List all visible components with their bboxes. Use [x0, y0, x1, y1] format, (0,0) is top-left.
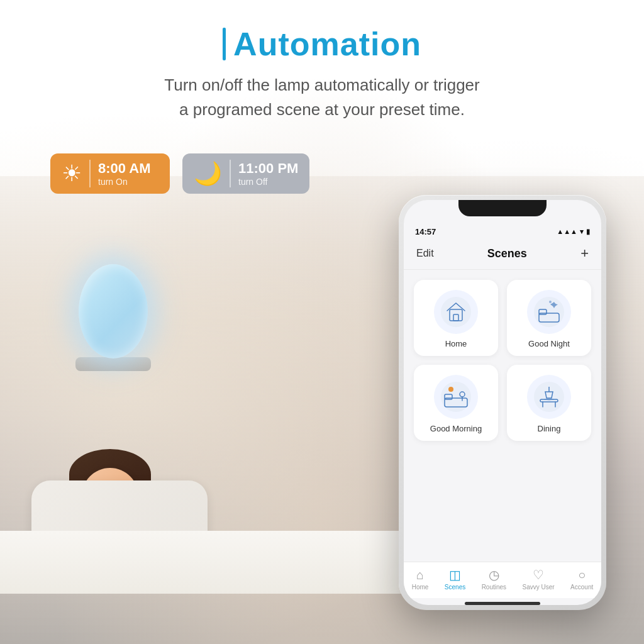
- header-section: Automation Turn on/off the lamp automati…: [0, 0, 644, 135]
- scene-card-good-morning[interactable]: Good Morning: [414, 365, 498, 441]
- night-action: turn Off: [238, 177, 298, 187]
- good-night-scene-icon-wrap: [527, 290, 571, 334]
- scenes-grid: Home: [404, 270, 601, 451]
- good-morning-scene-svg: [440, 380, 472, 413]
- bottom-nav: ⌂ Home ◫ Scenes ◷ Routines ♡ Savvy User: [404, 562, 601, 598]
- nav-routines-icon: ◷: [489, 567, 499, 582]
- subtitle-line1: Turn on/off the lamp automatically or tr…: [50, 73, 594, 97]
- phone-screen: 14:57 ▲▲▲ ▾ ▮ Edit Scenes +: [404, 200, 601, 605]
- lamp-visual: [75, 264, 151, 371]
- edit-button[interactable]: Edit: [416, 248, 434, 259]
- title-line: Automation: [50, 25, 594, 63]
- nav-item-routines[interactable]: ◷ Routines: [482, 567, 506, 591]
- svg-point-7: [441, 382, 471, 412]
- night-timer-info: 11:00 PM turn Off: [238, 160, 298, 187]
- home-scene-label: Home: [445, 339, 467, 348]
- good-night-scene-svg: [533, 296, 565, 328]
- nav-scenes-label: Scenes: [445, 584, 465, 591]
- nav-item-savvy[interactable]: ♡ Savvy User: [523, 567, 555, 591]
- subtitle-line2: a programed scene at your preset time.: [50, 97, 594, 122]
- svg-point-3: [534, 297, 564, 327]
- phone-mockup: 14:57 ▲▲▲ ▾ ▮ Edit Scenes +: [399, 195, 606, 610]
- moon-icon: 🌙: [194, 160, 222, 187]
- nav-home-icon: ⌂: [416, 568, 424, 582]
- nav-savvy-icon: ♡: [533, 567, 544, 582]
- battery-icon: ▮: [586, 228, 590, 236]
- badge-divider-night: [230, 160, 231, 187]
- app-header: Edit Scenes +: [404, 240, 601, 270]
- phone-notch: [458, 200, 547, 216]
- scene-card-dining[interactable]: Dining: [507, 365, 591, 441]
- good-night-scene-label: Good Night: [528, 339, 570, 348]
- phone-outer-shell: 14:57 ▲▲▲ ▾ ▮ Edit Scenes +: [399, 195, 606, 610]
- dining-scene-icon-wrap: [527, 375, 571, 419]
- subtitle: Turn on/off the lamp automatically or tr…: [50, 73, 594, 122]
- svg-point-6: [549, 301, 552, 303]
- scene-card-home[interactable]: Home: [414, 280, 498, 356]
- night-timer-badge[interactable]: 🌙 11:00 PM turn Off: [182, 153, 309, 194]
- home-scene-icon-wrap: [434, 290, 478, 334]
- good-morning-scene-icon-wrap: [434, 375, 478, 419]
- nav-item-home[interactable]: ⌂ Home: [412, 568, 429, 591]
- signal-icon: ▲▲▲: [557, 228, 577, 235]
- status-bar: 14:57 ▲▲▲ ▾ ▮: [404, 220, 601, 240]
- dining-scene-label: Dining: [538, 424, 561, 433]
- phone-content: 14:57 ▲▲▲ ▾ ▮ Edit Scenes +: [404, 200, 601, 605]
- nav-item-account[interactable]: ○ Account: [570, 568, 593, 591]
- morning-timer-badge[interactable]: ☀ 8:00 AM turn On: [50, 153, 170, 194]
- svg-point-0: [441, 297, 471, 327]
- badge-divider: [89, 160, 91, 187]
- nav-scenes-icon: ◫: [449, 567, 461, 582]
- bed-sheet: [0, 531, 405, 594]
- dining-scene-svg: [533, 380, 565, 413]
- lamp-base: [75, 357, 151, 371]
- svg-point-11: [448, 387, 453, 392]
- wifi-icon: ▾: [580, 228, 584, 236]
- svg-point-12: [534, 382, 564, 412]
- night-time: 11:00 PM: [238, 160, 298, 177]
- lamp-image: [75, 264, 151, 371]
- nav-account-icon: ○: [578, 568, 586, 582]
- status-icons: ▲▲▲ ▾ ▮: [557, 228, 590, 236]
- page-title: Automation: [233, 25, 421, 63]
- scenes-title: Scenes: [487, 247, 527, 260]
- home-indicator: [465, 602, 540, 605]
- sun-icon: ☀: [62, 160, 82, 187]
- scenes-area: Home: [404, 270, 601, 562]
- background-person: [0, 418, 405, 594]
- lamp-body: [79, 264, 148, 358]
- scene-card-good-night[interactable]: Good Night: [507, 280, 591, 356]
- nav-home-label: Home: [412, 584, 429, 591]
- add-scene-button[interactable]: +: [580, 245, 589, 262]
- nav-routines-label: Routines: [482, 584, 506, 591]
- nav-account-label: Account: [570, 584, 593, 591]
- status-time: 14:57: [415, 227, 436, 236]
- morning-time: 8:00 AM: [98, 160, 151, 177]
- morning-timer-info: 8:00 AM turn On: [98, 160, 151, 187]
- nav-savvy-label: Savvy User: [523, 584, 555, 591]
- morning-action: turn On: [98, 177, 151, 187]
- home-scene-svg: [440, 296, 472, 328]
- nav-item-scenes[interactable]: ◫ Scenes: [445, 567, 465, 591]
- good-morning-scene-label: Good Morning: [430, 424, 482, 433]
- title-bar-decoration: [223, 28, 226, 60]
